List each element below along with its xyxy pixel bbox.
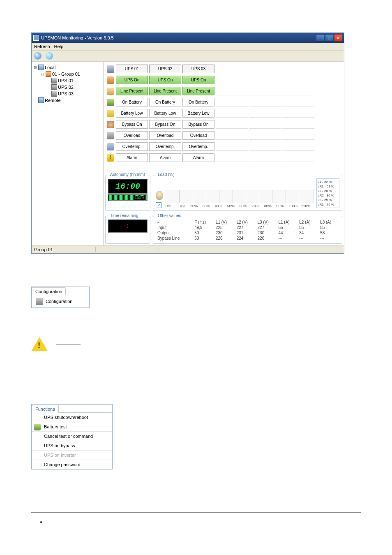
tree-label: UPS 01 — [58, 78, 74, 83]
status-cell: Alarm — [116, 153, 148, 162]
ov-c: --- — [297, 236, 318, 241]
menu-help[interactable]: Help — [54, 44, 64, 49]
tick: 0% — [166, 204, 178, 208]
alarm-underline — [56, 344, 81, 345]
tree-label: Remote — [45, 98, 61, 103]
status-header-row: UPS 01 UPS 02 UPS 03 — [105, 63, 342, 74]
blank-cell — [282, 76, 314, 84]
tree-node-local[interactable]: ⊟ Local — [33, 64, 101, 71]
menubar: Refresh Help — [32, 43, 344, 51]
ov-h: F (Hz) — [193, 220, 214, 225]
status-row-battlow: Battery Low Battery Low Battery Low — [105, 108, 342, 119]
func-cancel[interactable]: Cancel test or command — [32, 432, 112, 441]
status-cell: UPS On — [116, 76, 148, 84]
status-cell: Line Present — [182, 87, 214, 95]
tick: 100% — [289, 204, 301, 208]
tree-node-group[interactable]: ⊟ 01 - Group 01 — [33, 71, 101, 77]
help-icon[interactable]: ? — [46, 52, 53, 60]
tree-node-remote[interactable]: Remote — [33, 97, 101, 104]
legend-line: LR1 - 68 % — [318, 184, 338, 189]
ov-c: 44 — [277, 230, 297, 236]
func-bypass[interactable]: UPS on bypass — [32, 441, 112, 451]
ov-row-bypass: Bypass Line 50 226 224 226 --- --- --- — [156, 236, 339, 241]
ov-header-row: - F (Hz) L1 (V) L2 (V) L3 (V) L1 (A) L2 … — [156, 220, 339, 225]
legend-line: L1 - 22 % — [318, 180, 338, 184]
menu-refresh[interactable]: Refresh — [34, 44, 50, 49]
page-divider — [31, 512, 361, 513]
status-cell: On Battery — [149, 98, 181, 106]
status-row-overload: Overload Overload Overload — [105, 130, 342, 141]
tree-node-ups01[interactable]: UPS 01 — [33, 77, 101, 84]
blank-cell — [249, 65, 281, 73]
ov-c: 49,9 — [193, 225, 214, 230]
tree-node-ups02[interactable]: UPS 02 — [33, 84, 101, 90]
blank-cell — [282, 131, 314, 140]
functions-panel: Functions UPS shutdown/reboot Battery te… — [31, 404, 113, 469]
status-cell: Alarm — [149, 153, 181, 162]
ov-c: 53 — [318, 230, 339, 236]
blank-cell — [216, 120, 248, 129]
status-row-overtemp: Overtemp. Overtemp. Overtemp. — [105, 141, 342, 152]
tree-node-ups03[interactable]: UPS 03 — [33, 90, 101, 97]
titlebar[interactable]: UPSMON Monitoring - Version 5.0.5 _ □ ✕ — [32, 33, 344, 43]
autonomy-percent: 100% — [134, 196, 145, 200]
other-values-table: - F (Hz) L1 (V) L2 (V) L3 (V) L1 (A) L2 … — [156, 220, 339, 241]
legend-line: L3 - 25 % — [318, 198, 338, 202]
blank-cell — [282, 120, 314, 129]
blank-cell — [216, 109, 248, 118]
remote-icon — [38, 97, 44, 103]
expand-icon[interactable]: ⊟ — [41, 72, 45, 76]
blank-cell — [216, 153, 248, 162]
local-icon — [38, 65, 44, 70]
expand-icon[interactable]: ⊟ — [33, 65, 37, 69]
load-panel: Load (%) ✓ — [153, 175, 342, 211]
func-password[interactable]: Change password — [32, 460, 112, 469]
blank-cell — [249, 76, 281, 84]
maximize-button[interactable]: □ — [325, 34, 333, 42]
load-bars — [166, 190, 314, 203]
tree-label: UPS 02 — [58, 85, 74, 90]
ov-c: --- — [277, 236, 297, 241]
ov-c: 225 — [214, 225, 235, 230]
check-icon[interactable]: ✓ — [156, 202, 161, 208]
ov-c: Bypass Line — [156, 236, 193, 241]
autonomy-bar: 100% — [108, 194, 148, 201]
ov-h: L2 (A) — [297, 220, 318, 225]
tick: 20% — [190, 204, 203, 208]
func-shutdown[interactable]: UPS shutdown/reboot — [32, 413, 112, 422]
minimize-button[interactable]: _ — [316, 34, 324, 42]
ov-c: --- — [318, 236, 339, 241]
tick: 80% — [264, 204, 277, 208]
load-legend: Load (%) — [157, 172, 176, 177]
func-inverter: UPS on inverter — [32, 451, 112, 460]
time-remaining-legend: Time remaining — [109, 213, 140, 218]
tick: 90% — [277, 204, 289, 208]
col-header: UPS 01 — [116, 65, 148, 73]
status-cell: Overtemp. — [182, 142, 214, 151]
configuration-item[interactable]: Configuration — [46, 299, 72, 304]
ups-icon — [51, 84, 57, 90]
main-panel: UPS 01 UPS 02 UPS 03 UPS On UPS On UPS O… — [104, 62, 344, 245]
functions-tab[interactable]: Functions — [32, 405, 59, 413]
ov-c: 55 — [297, 225, 318, 230]
blank-cell — [249, 153, 281, 162]
status-cell: Bypass On — [116, 120, 148, 129]
ov-h: L1 (A) — [277, 220, 297, 225]
refresh-icon[interactable]: ↻ — [34, 52, 42, 60]
warning-triangle-icon — [31, 337, 48, 351]
legend-line: L2 - 20 % — [318, 189, 338, 193]
blank-cell — [282, 153, 314, 162]
status-cell: Line Present — [116, 87, 148, 95]
close-button[interactable]: ✕ — [334, 34, 342, 42]
status-cell: Battery Low — [182, 109, 214, 118]
load-legend-values: L1 - 22 % LR1 - 68 % L2 - 20 % LR2 - 80 … — [316, 178, 339, 208]
ov-c: Output — [156, 230, 193, 236]
tick: 60% — [240, 204, 252, 208]
configuration-tab[interactable]: Configuration — [32, 287, 66, 295]
tree-panel: ⊟ Local ⊟ 01 - Group 01 UPS 01 UPS 02 UP… — [32, 62, 104, 245]
app-icon — [33, 35, 39, 41]
func-battery-test[interactable]: Battery test — [32, 422, 112, 432]
ov-c: 226 — [214, 236, 235, 241]
configuration-panel: Configuration Configuration — [31, 287, 90, 308]
blank-cell — [216, 131, 248, 140]
